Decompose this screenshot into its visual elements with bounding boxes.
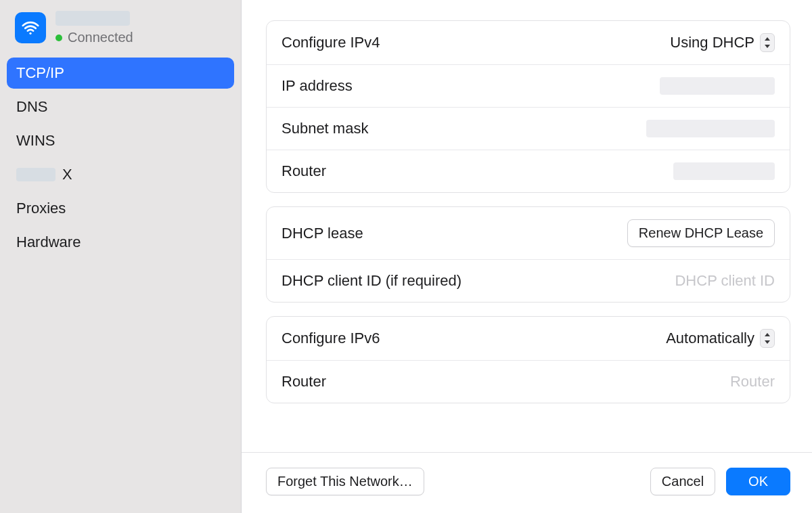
router-value-redacted: [673, 162, 775, 180]
ipv6-router-input[interactable]: Router: [730, 373, 775, 391]
renew-dhcp-lease-button[interactable]: Renew DHCP Lease: [627, 219, 775, 247]
ip-address-label: IP address: [281, 77, 353, 95]
nav-label: Hardware: [16, 233, 81, 251]
chevron-up-down-icon: [760, 329, 775, 348]
row-configure-ipv6: Configure IPv6 Automatically: [267, 317, 790, 360]
ipv6-card: Configure IPv6 Automatically Router Rout…: [266, 316, 790, 403]
sidebar-item-tcpip[interactable]: TCP/IP: [7, 58, 234, 89]
nav-label-redacted: [16, 168, 55, 181]
ipv6-router-label: Router: [281, 373, 326, 391]
nav-label: TCP/IP: [16, 64, 64, 82]
configure-ipv4-label: Configure IPv4: [281, 34, 380, 51]
nav-label: WINS: [16, 132, 55, 150]
sidebar-item-proxies[interactable]: Proxies: [7, 193, 234, 224]
dhcp-card: DHCP lease Renew DHCP Lease DHCP client …: [266, 206, 790, 303]
content: Configure IPv4 Using DHCP IP address Sub…: [242, 0, 812, 452]
footer-right: Cancel OK: [650, 468, 790, 495]
main: Configure IPv4 Using DHCP IP address Sub…: [242, 0, 812, 513]
ssid-redacted: [55, 11, 130, 26]
forget-network-button[interactable]: Forget This Network…: [266, 468, 424, 495]
nav-label: DNS: [16, 98, 47, 116]
row-configure-ipv4: Configure IPv4 Using DHCP: [267, 21, 790, 64]
row-ipv6-router: Router Router: [267, 360, 790, 403]
sidebar: Connected TCP/IP DNS WINS X Proxies Hard…: [0, 0, 242, 513]
configure-ipv4-value: Using DHCP: [670, 34, 754, 51]
ok-button[interactable]: OK: [726, 468, 790, 495]
subnet-mask-value-redacted: [646, 120, 775, 137]
footer: Forget This Network… Cancel OK: [242, 452, 812, 513]
connection-status: Connected: [55, 30, 133, 45]
nav-label-suffix: X: [62, 166, 72, 183]
sidebar-nav: TCP/IP DNS WINS X Proxies Hardware: [0, 58, 241, 258]
row-router: Router: [267, 150, 790, 192]
configure-ipv6-label: Configure IPv6: [281, 330, 380, 347]
sidebar-item-hardware[interactable]: Hardware: [7, 227, 234, 258]
row-ip-address: IP address: [267, 64, 790, 107]
ipv4-card: Configure IPv4 Using DHCP IP address Sub…: [266, 20, 790, 193]
sidebar-item-redacted-x[interactable]: X: [7, 159, 234, 190]
wifi-meta: Connected: [55, 11, 133, 45]
status-label: Connected: [68, 30, 133, 45]
ip-address-value-redacted: [660, 77, 775, 95]
svg-point-0: [29, 32, 31, 35]
nav-label: Proxies: [16, 200, 66, 217]
dhcp-client-id-input[interactable]: DHCP client ID: [675, 272, 775, 290]
configure-ipv4-select[interactable]: Using DHCP: [670, 33, 775, 52]
sidebar-item-wins[interactable]: WINS: [7, 125, 234, 156]
wifi-header: Connected: [0, 9, 241, 58]
status-dot-icon: [55, 35, 62, 41]
chevron-up-down-icon: [760, 33, 775, 52]
configure-ipv6-value: Automatically: [666, 330, 754, 347]
cancel-button[interactable]: Cancel: [650, 468, 715, 495]
configure-ipv6-select[interactable]: Automatically: [666, 329, 775, 348]
dhcp-lease-label: DHCP lease: [281, 225, 363, 242]
row-dhcp-client-id: DHCP client ID (if required) DHCP client…: [267, 259, 790, 302]
row-subnet-mask: Subnet mask: [267, 107, 790, 150]
subnet-mask-label: Subnet mask: [281, 120, 368, 137]
sidebar-item-dns[interactable]: DNS: [7, 91, 234, 122]
row-dhcp-lease: DHCP lease Renew DHCP Lease: [267, 207, 790, 259]
wifi-icon: [15, 12, 46, 43]
dhcp-client-id-label: DHCP client ID (if required): [281, 272, 461, 290]
router-label: Router: [281, 162, 326, 180]
